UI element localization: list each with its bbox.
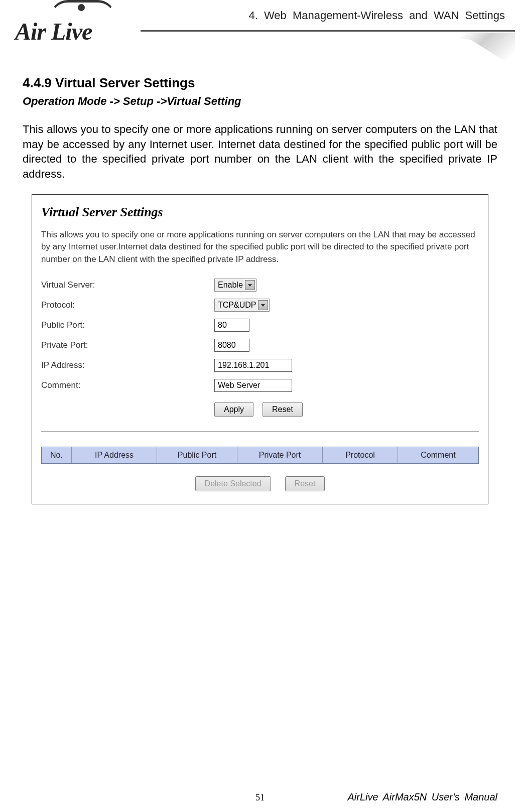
manual-title: AirLive AirMax5N User's Manual: [348, 791, 498, 803]
th-comment: Comment: [398, 447, 478, 463]
input-ip-address-value: 192.168.1.201: [218, 361, 269, 370]
row-virtual-server: Virtual Server: Enable: [41, 279, 479, 292]
row-protocol: Protocol: TCP&UDP: [41, 299, 479, 312]
select-protocol[interactable]: TCP&UDP: [214, 299, 270, 312]
panel-title: Virtual Server Settings: [41, 205, 479, 220]
select-virtual-server-value: Enable: [218, 281, 243, 290]
intro-paragraph: This allows you to specify one or more a…: [23, 122, 497, 182]
chapter-title: 4. Web Management-Wireless and WAN Setti…: [248, 9, 505, 22]
breadcrumb: Operation Mode -> Setup ->Virtual Settin…: [23, 95, 497, 108]
input-public-port-value: 80: [218, 321, 227, 330]
label-comment: Comment:: [41, 380, 214, 390]
label-ip-address: IP Address:: [41, 360, 214, 370]
input-ip-address[interactable]: 192.168.1.201: [214, 359, 292, 372]
input-private-port[interactable]: 8080: [214, 339, 249, 352]
select-protocol-value: TCP&UDP: [218, 301, 256, 310]
input-comment[interactable]: Web Server: [214, 379, 292, 392]
th-no: No.: [42, 447, 72, 463]
svg-marker-1: [261, 304, 265, 307]
table-header-row: No. IP Address Public Port Private Port …: [41, 447, 479, 464]
svg-marker-0: [248, 284, 252, 287]
row-comment: Comment: Web Server: [41, 379, 479, 392]
reset-button[interactable]: Reset: [263, 402, 303, 417]
th-protocol: Protocol: [323, 447, 398, 463]
page-footer: 51 AirLive AirMax5N User's Manual: [0, 792, 520, 803]
content-area: 4.4.9 Virtual Server Settings Operation …: [0, 65, 520, 504]
label-public-port: Public Port:: [41, 320, 214, 330]
apply-button[interactable]: Apply: [214, 402, 253, 417]
select-virtual-server[interactable]: Enable: [214, 279, 256, 292]
logo: Air Live: [15, 0, 146, 55]
page-header: Air Live 4. Web Management-Wireless and …: [0, 0, 520, 65]
label-protocol: Protocol:: [41, 300, 214, 310]
settings-panel: Virtual Server Settings This allows you …: [32, 194, 488, 504]
logo-dot-icon: [78, 4, 85, 11]
row-private-port: Private Port: 8080: [41, 339, 479, 352]
reset-table-button[interactable]: Reset: [285, 476, 325, 491]
row-public-port: Public Port: 80: [41, 319, 479, 332]
logo-text: Air Live: [15, 18, 92, 45]
input-comment-value: Web Server: [218, 381, 260, 390]
label-private-port: Private Port:: [41, 340, 214, 350]
label-virtual-server: Virtual Server:: [41, 280, 214, 290]
divider: [41, 431, 479, 432]
panel-description: This allows you to specify one or more a…: [41, 229, 479, 266]
form-button-row: Apply Reset: [214, 402, 479, 417]
section-heading: 4.4.9 Virtual Server Settings: [23, 75, 497, 91]
table-button-row: Delete Selected Reset: [41, 476, 479, 491]
input-public-port[interactable]: 80: [214, 319, 249, 332]
delete-selected-button[interactable]: Delete Selected: [195, 476, 271, 491]
th-public-port: Public Port: [157, 447, 237, 463]
row-ip-address: IP Address: 192.168.1.201: [41, 359, 479, 372]
chevron-down-icon: [245, 280, 255, 290]
th-ip-address: IP Address: [72, 447, 157, 463]
th-private-port: Private Port: [237, 447, 323, 463]
input-private-port-value: 8080: [218, 341, 236, 350]
chevron-down-icon: [258, 300, 268, 310]
